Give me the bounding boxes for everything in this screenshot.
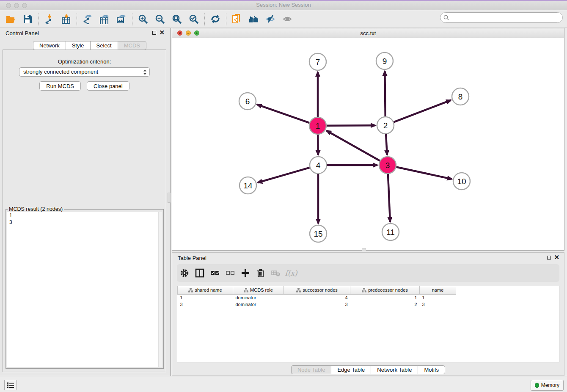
panel-divider-grip[interactable]	[168, 193, 171, 203]
criterion-dropdown[interactable]: strongly connected component	[19, 67, 150, 77]
tab-network-table[interactable]: Network Table	[371, 365, 418, 374]
select-all-button[interactable]	[207, 266, 223, 280]
edge-3-1[interactable]	[327, 131, 380, 161]
function-builder-icon: f(x)	[285, 269, 297, 277]
export-image-button[interactable]	[114, 12, 129, 26]
float-panel-icon[interactable]	[152, 31, 156, 35]
node-7[interactable]: 7	[309, 53, 326, 70]
network-canvas[interactable]: 7968124314101511	[172, 38, 564, 250]
node-label: 1	[316, 121, 320, 130]
edge-2-3[interactable]	[386, 134, 387, 155]
split-pane-grip[interactable]	[362, 248, 366, 251]
tab-network[interactable]: Network	[33, 41, 66, 50]
node-9[interactable]: 9	[376, 52, 393, 69]
node-8[interactable]: 8	[452, 88, 469, 105]
import-network-button[interactable]	[42, 12, 56, 26]
edge-4-14[interactable]	[258, 168, 310, 183]
search-field[interactable]	[440, 12, 563, 23]
select-all-icon	[210, 268, 220, 278]
control-panel: Control Panel ✕ NetworkStyleSelectMCDS O…	[0, 28, 171, 376]
close-table-panel-icon[interactable]: ✕	[554, 254, 559, 261]
edge-1-4[interactable]	[318, 135, 318, 155]
task-history-button[interactable]	[4, 380, 17, 390]
tab-node-table[interactable]: Node Table	[291, 365, 331, 374]
node-6[interactable]: 6	[239, 93, 256, 110]
open-folder-button[interactable]	[3, 12, 18, 26]
close-panel-icon[interactable]: ✕	[159, 29, 165, 36]
tab-motifs[interactable]: Motifs	[418, 365, 445, 374]
save-icon	[22, 14, 33, 24]
table-row[interactable]: 3dominator323	[178, 301, 456, 308]
node-11[interactable]: 11	[382, 224, 399, 240]
home-icon	[249, 14, 259, 24]
cell-successor-nodes[interactable]: 4	[284, 294, 350, 301]
zoom-fit-button[interactable]	[170, 12, 184, 26]
export-network-button[interactable]	[80, 12, 95, 26]
add-column-button[interactable]	[238, 266, 253, 280]
node-2[interactable]: 2	[377, 117, 394, 134]
cell-predecessor-nodes[interactable]: 2	[350, 301, 420, 308]
zoom-in-button[interactable]	[136, 12, 150, 26]
deselect-all-icon	[226, 268, 235, 278]
tab-edge-table[interactable]: Edge Table	[331, 365, 371, 374]
eye-button[interactable]	[281, 12, 295, 26]
cell-successor-nodes[interactable]: 3	[284, 301, 350, 308]
refresh-button[interactable]	[208, 12, 223, 26]
node-15[interactable]: 15	[310, 225, 327, 242]
edge-3-11[interactable]	[388, 174, 390, 222]
edge-3-10[interactable]	[396, 167, 452, 179]
node-3[interactable]: 3	[379, 157, 396, 174]
node-4[interactable]: 4	[310, 157, 327, 174]
run-mcds-button[interactable]: Run MCDS	[39, 81, 81, 91]
result-scrollbar[interactable]	[158, 212, 162, 367]
import-table-button[interactable]	[59, 12, 73, 26]
gear-button[interactable]	[177, 266, 192, 280]
column-header-shared-name[interactable]: shared name	[178, 286, 233, 294]
eye-slash-icon	[266, 14, 276, 24]
cell-predecessor-nodes[interactable]: 1	[350, 294, 420, 301]
eye-icon	[283, 14, 293, 24]
eye-slash-button[interactable]	[264, 12, 278, 26]
save-button[interactable]	[20, 12, 35, 26]
column-header-predecessor-nodes[interactable]: predecessor nodes	[350, 286, 420, 294]
tab-style[interactable]: Style	[66, 41, 90, 50]
duplicate-network-button[interactable]	[230, 12, 244, 26]
search-input[interactable]	[451, 15, 562, 21]
cell-MCDS-role[interactable]: dominator	[233, 301, 284, 308]
deselect-all-button[interactable]	[223, 266, 238, 280]
cell-shared-name[interactable]: 3	[178, 301, 233, 308]
window-title: Session: New Session	[0, 2, 567, 8]
column-header-name[interactable]: name	[420, 286, 456, 294]
table-row[interactable]: 1dominator411	[178, 294, 456, 301]
edge-2-9[interactable]	[385, 71, 385, 116]
delete-table-icon	[271, 268, 281, 278]
float-table-panel-icon[interactable]	[547, 256, 551, 259]
edge-2-8[interactable]	[394, 100, 451, 122]
tab-mcds[interactable]: MCDS	[118, 41, 146, 50]
node-14[interactable]: 14	[239, 177, 256, 194]
home-button[interactable]	[247, 12, 261, 26]
export-table-button[interactable]	[97, 12, 112, 26]
mcds-result-list[interactable]: 13	[7, 212, 162, 367]
node-1[interactable]: 1	[309, 117, 326, 134]
column-header-successor-nodes[interactable]: successor nodes	[284, 286, 350, 294]
edge-1-6[interactable]	[257, 105, 310, 123]
cell-shared-name[interactable]: 1	[178, 294, 233, 301]
zoom-selected-button[interactable]	[187, 12, 201, 26]
edge-1-2[interactable]	[327, 125, 375, 126]
node-10[interactable]: 10	[453, 173, 470, 190]
node-label: 9	[383, 57, 387, 66]
optimization-criterion-label: Optimization criterion:	[3, 58, 166, 65]
column-header-MCDS-role[interactable]: MCDS role	[233, 286, 284, 294]
memory-button[interactable]: Memory	[531, 380, 564, 391]
column-view-button[interactable]	[192, 266, 207, 280]
tab-select[interactable]: Select	[90, 41, 118, 50]
cell-name[interactable]: 1	[420, 294, 456, 301]
cell-name[interactable]: 3	[420, 301, 456, 308]
zoom-out-button[interactable]	[153, 12, 167, 26]
hierarchy-icon	[244, 288, 248, 293]
delete-column-button[interactable]	[253, 266, 268, 280]
node-label: 3	[385, 161, 390, 170]
cell-MCDS-role[interactable]: dominator	[233, 294, 284, 301]
close-panel-button[interactable]: Close panel	[87, 81, 129, 91]
